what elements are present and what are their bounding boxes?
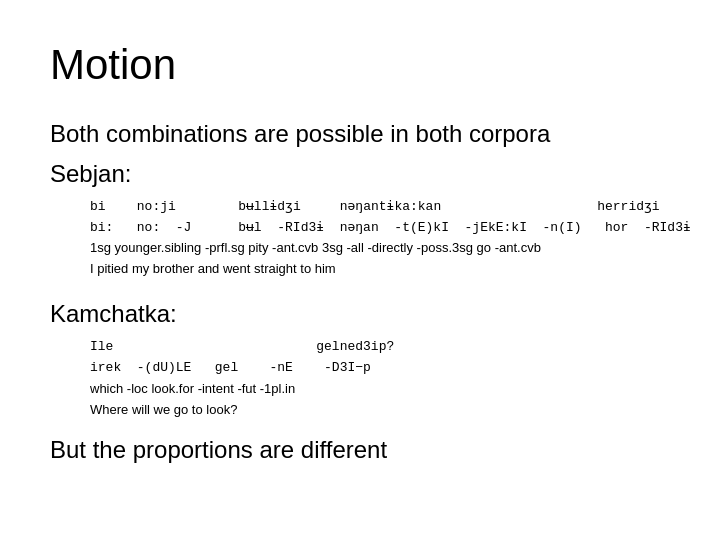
- section2-line-4: Where will we go to look?: [90, 400, 670, 421]
- section2-line-1: Ile gelned3ip?: [90, 337, 670, 358]
- section1-line-3: 1sg younger.sibling -prfl.sg pity -ant.c…: [90, 238, 670, 259]
- section2-content: Ile gelned3ip? irek -(dU)LE gel -nE -D3I…: [90, 337, 670, 420]
- section1-content: bi no:ji bʉllɨdʒi nəŋantɨka:kan herridʒi…: [90, 197, 670, 280]
- section1-line-2: bi: no: -J bʉl -RId3ɨ nəŋan -t(E)kI -jEk…: [90, 218, 670, 239]
- section2-container: Kamchatka: Ile gelned3ip? irek -(dU)LE g…: [50, 298, 670, 420]
- section1-line-1: bi no:ji bʉllɨdʒi nəŋantɨka:kan herridʒi: [90, 197, 670, 218]
- section1-line-4: I pitied my brother and went straight to…: [90, 259, 670, 280]
- section1-heading: Both combinations are possible in both c…: [50, 118, 670, 149]
- page-title: Motion: [50, 40, 670, 90]
- section2-line-2: irek -(dU)LE gel -nE -D3I−p: [90, 358, 670, 379]
- section2-line-3: which -loc look.for -intent -fut -1pl.in: [90, 379, 670, 400]
- section2-heading: Kamchatka:: [50, 298, 670, 329]
- section3-text: But the proportions are different: [50, 434, 670, 465]
- section1-subheading: Sebjan:: [50, 158, 670, 189]
- section3-container: But the proportions are different: [50, 434, 670, 465]
